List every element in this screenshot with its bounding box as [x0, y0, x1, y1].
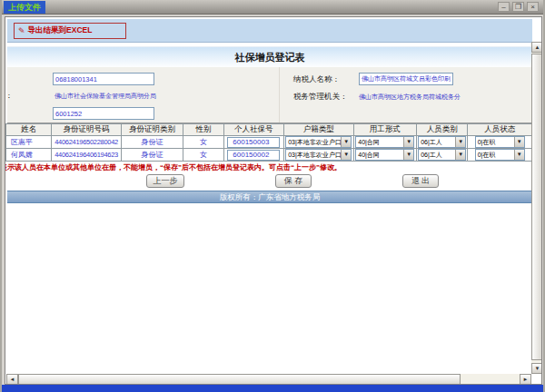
- ssn-input[interactable]: [227, 150, 280, 161]
- agency-code-input[interactable]: [53, 107, 154, 120]
- minimize-button[interactable]: –: [498, 2, 510, 12]
- personnel-category-cell: 06|工人 ▼: [416, 149, 468, 162]
- personnel-category-select[interactable]: 06|工人 ▼: [418, 136, 466, 148]
- column-divider: [279, 67, 280, 122]
- personnel-category-cell: 06|工人 ▼: [416, 136, 468, 149]
- vertical-scroll-thumb[interactable]: [531, 54, 542, 360]
- id-number-cell: 440624196406194623: [52, 149, 121, 162]
- employment-form-select[interactable]: 40|合同 ▼: [355, 136, 414, 148]
- employment-form-cell: 40|合同 ▼: [353, 149, 416, 162]
- employment-form-select[interactable]: 40|合同 ▼: [355, 149, 414, 161]
- form-title: 社保增员登记表: [7, 46, 532, 67]
- household-type-cell: 03|本地非农业户口 ▼: [283, 149, 353, 162]
- header-id-number: 身份证明号码: [52, 124, 121, 136]
- header-employment-form: 用工形式: [353, 124, 416, 136]
- id-type-cell: 身份证: [121, 149, 183, 162]
- form-header-area: 构： 佛山市社会保险基金管理局高明分局 纳税人名称： 税务管理机关： 佛山市高明…: [7, 67, 532, 123]
- household-type-value: 03|本地非农业户口: [286, 137, 341, 147]
- dropdown-arrow-icon[interactable]: ▼: [341, 137, 351, 147]
- personnel-status-select[interactable]: 0|在职 ▼: [475, 136, 525, 148]
- id-number-cell: 440624196502280042: [52, 136, 121, 149]
- ssn-cell: [224, 149, 284, 162]
- dropdown-arrow-icon[interactable]: ▼: [341, 150, 351, 160]
- registration-number-input[interactable]: [53, 73, 154, 85]
- scroll-up-icon[interactable]: ▲: [531, 42, 542, 53]
- copyright-bar: 版权所有：广东省地方税务局: [7, 191, 532, 203]
- personnel-category-value: 06|工人: [419, 150, 455, 160]
- horizontal-scroll-thumb[interactable]: [18, 374, 461, 385]
- vertical-scrollbar[interactable]: ▲ ▼: [531, 42, 542, 374]
- export-excel-button[interactable]: ✎ 导出结果到EXCEL: [14, 23, 126, 39]
- title-bar: 上传文件 – ❐ ×: [2, 0, 543, 15]
- personnel-category-value: 06|工人: [419, 137, 455, 147]
- dropdown-arrow-icon[interactable]: ▼: [455, 150, 465, 160]
- header-household-type: 户籍类型: [283, 124, 353, 136]
- personnel-status-cell: 0|在职 ▼: [468, 136, 532, 149]
- id-type-cell: 身份证: [121, 136, 183, 149]
- previous-step-button[interactable]: 上一步: [146, 174, 184, 188]
- social-insurance-agency-value: 佛山市社会保险基金管理局高明分局: [54, 92, 156, 101]
- tax-authority-label: 税务管理机关：: [293, 92, 348, 103]
- content-panel: ✎ 导出结果到EXCEL 社保增员登记表 构： 佛山市社会保险基金管理局高明分局…: [5, 16, 542, 385]
- header-name: 姓名: [6, 124, 52, 136]
- table-row: 区惠平 440624196502280042 身份证 女 03|本地非农业户口 …: [6, 136, 532, 149]
- table-row: 何凤嫦 440624196406194623 身份证 女 03|本地非农业户口 …: [6, 149, 532, 162]
- household-type-cell: 03|本地非农业户口 ▼: [283, 136, 353, 149]
- personnel-category-select[interactable]: 06|工人 ▼: [418, 149, 466, 161]
- close-button[interactable]: ×: [527, 2, 539, 12]
- household-type-select[interactable]: 03|本地非农业户口 ▼: [285, 136, 352, 148]
- tax-authority-value: 佛山市高明区地方税务局荷城税务分: [359, 93, 461, 102]
- ssn-input[interactable]: [227, 137, 280, 148]
- agency-label-fragment: 构：: [7, 91, 13, 102]
- horizontal-scrollbar[interactable]: ◄ ►: [6, 374, 531, 385]
- window-bottom-border: [2, 385, 545, 392]
- export-pen-icon: ✎: [18, 26, 25, 35]
- header-personnel-category: 人员类别: [416, 124, 468, 136]
- scroll-right-icon[interactable]: ►: [520, 374, 531, 385]
- warning-text: 表示该人员在本单位或其他单位在册，不能增员，“保存”后不包括在增员登记表内。可点…: [5, 162, 536, 172]
- upload-file-window: 上传文件 – ❐ × ✎ 导出结果到EXCEL 社保增员登记表 构： 佛山市社会…: [0, 0, 545, 392]
- dropdown-arrow-icon[interactable]: ▼: [455, 137, 465, 147]
- scroll-left-icon[interactable]: ◄: [6, 374, 18, 385]
- ssn-cell: [224, 136, 284, 149]
- employment-form-value: 40|合同: [356, 137, 403, 147]
- personnel-status-value: 0|在职: [476, 150, 514, 160]
- personnel-status-cell: 0|在职 ▼: [468, 149, 532, 162]
- name-cell: 区惠平: [6, 136, 52, 149]
- restore-button[interactable]: ❐: [512, 2, 524, 12]
- personnel-status-select[interactable]: 0|在职 ▼: [475, 149, 525, 161]
- members-table-container: 姓名 身份证明号码 身份证明类别 性别 个人社保号 户籍类型 用工形式 人员类别…: [5, 123, 532, 162]
- employment-form-value: 40|合同: [356, 150, 403, 160]
- table-header-row: 姓名 身份证明号码 身份证明类别 性别 个人社保号 户籍类型 用工形式 人员类别…: [6, 124, 532, 136]
- gender-cell: 女: [183, 136, 224, 149]
- household-type-select[interactable]: 03|本地非农业户口 ▼: [285, 149, 352, 161]
- members-table: 姓名 身份证明号码 身份证明类别 性别 个人社保号 户籍类型 用工形式 人员类别…: [5, 123, 532, 162]
- name-cell: 何凤嫦: [6, 149, 52, 162]
- personnel-status-value: 0|在职: [476, 137, 514, 147]
- window-controls: – ❐ ×: [498, 2, 539, 12]
- save-button[interactable]: 保 存: [275, 174, 312, 188]
- household-type-value: 03|本地非农业户口: [286, 150, 341, 160]
- dropdown-arrow-icon[interactable]: ▼: [514, 150, 524, 160]
- dropdown-arrow-icon[interactable]: ▼: [403, 150, 413, 160]
- scroll-down-icon[interactable]: ▼: [531, 363, 542, 374]
- employment-form-cell: 40|合同 ▼: [353, 136, 416, 149]
- header-ssn: 个人社保号: [224, 124, 284, 136]
- taxpayer-name-input[interactable]: [359, 73, 453, 85]
- taxpayer-name-label: 纳税人名称：: [293, 74, 340, 85]
- header-id-type: 身份证明类别: [121, 124, 183, 136]
- dropdown-arrow-icon[interactable]: ▼: [514, 137, 524, 147]
- toolbar-band: ✎ 导出结果到EXCEL: [7, 19, 532, 43]
- header-gender: 性别: [183, 124, 224, 136]
- exit-button[interactable]: 退 出: [402, 174, 439, 188]
- gender-cell: 女: [183, 149, 224, 162]
- dropdown-arrow-icon[interactable]: ▼: [403, 137, 413, 147]
- window-title: 上传文件: [4, 1, 45, 14]
- export-excel-label: 导出结果到EXCEL: [28, 25, 93, 36]
- header-personnel-status: 人员状态: [468, 124, 532, 136]
